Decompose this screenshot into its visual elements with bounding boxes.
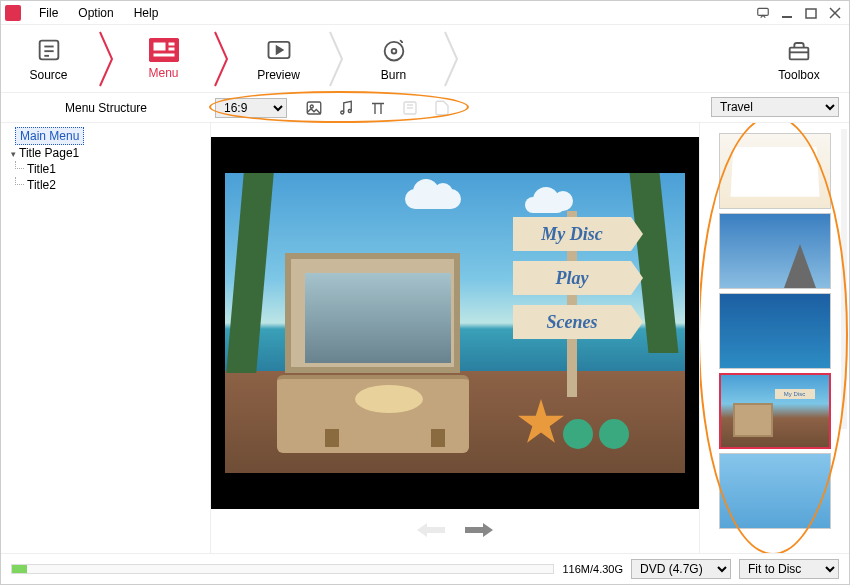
svg-rect-18 [790, 47, 809, 59]
fit-select[interactable]: Fit to Disc [739, 559, 839, 579]
template-scrollbar[interactable] [841, 129, 847, 429]
menu-button-scenes[interactable]: Scenes [513, 305, 631, 339]
maximize-button[interactable] [801, 5, 821, 21]
step-burn[interactable]: Burn [346, 25, 441, 93]
minimize-button[interactable] [777, 5, 797, 21]
step-preview-label: Preview [257, 68, 300, 82]
tree-title2[interactable]: Title2 [5, 177, 206, 193]
svg-rect-12 [168, 47, 175, 51]
tree-title-page[interactable]: Title Page1 [7, 145, 206, 161]
step-source-label: Source [29, 68, 67, 82]
step-menu-label: Menu [148, 66, 178, 80]
tree-title1[interactable]: Title1 [5, 161, 206, 177]
template-thumb-4[interactable]: My Disc [719, 373, 831, 449]
svg-rect-2 [806, 9, 816, 18]
template-thumb-1[interactable] [719, 133, 831, 209]
menu-button-play[interactable]: Play [513, 261, 631, 295]
template-thumb-3[interactable] [719, 293, 831, 369]
menu-option[interactable]: Option [68, 6, 123, 20]
disc-usage-meter [11, 564, 554, 574]
step-burn-label: Burn [381, 68, 406, 82]
music-icon[interactable] [337, 99, 355, 117]
menu-preview-canvas[interactable]: My Disc Play Scenes [211, 137, 699, 509]
template-thumb-2[interactable] [719, 213, 831, 289]
svg-point-17 [391, 48, 396, 53]
svg-rect-11 [168, 42, 175, 46]
template-panel: My Disc [699, 123, 849, 553]
close-button[interactable] [825, 5, 845, 21]
svg-point-23 [348, 109, 351, 112]
menu-structure-label: Menu Structure [1, 101, 211, 115]
svg-marker-27 [417, 523, 445, 537]
menu-button-disc[interactable]: My Disc [513, 217, 631, 251]
menu-help[interactable]: Help [124, 6, 169, 20]
app-icon [5, 5, 21, 21]
text-icon[interactable] [369, 99, 387, 117]
next-page-button[interactable] [465, 521, 493, 541]
template-category-select[interactable]: Travel [711, 97, 839, 117]
svg-rect-13 [153, 53, 175, 57]
disc-usage-label: 116M/4.30G [562, 563, 623, 575]
template-thumb-5[interactable] [719, 453, 831, 529]
step-menu[interactable]: Menu [116, 25, 211, 93]
template-save-icon [433, 99, 451, 117]
svg-rect-0 [758, 8, 769, 15]
feedback-icon[interactable] [753, 5, 773, 21]
svg-rect-10 [153, 42, 166, 51]
svg-point-22 [341, 111, 344, 114]
background-image-icon[interactable] [305, 99, 323, 117]
tree-main-menu[interactable]: Main Menu [15, 127, 84, 145]
svg-point-21 [310, 105, 313, 108]
step-preview[interactable]: Preview [231, 25, 326, 93]
menu-structure-tree[interactable]: Main Menu Title Page1 Title1 Title2 [1, 123, 211, 553]
svg-marker-28 [465, 523, 493, 537]
svg-point-16 [384, 41, 403, 60]
toolbox-button[interactable]: Toolbox [759, 36, 839, 82]
disc-type-select[interactable]: DVD (4.7G) [631, 559, 731, 579]
toolbox-label: Toolbox [778, 68, 819, 82]
menu-file[interactable]: File [29, 6, 68, 20]
chapter-icon [401, 99, 419, 117]
aspect-ratio-select[interactable]: 16:9 [215, 98, 287, 118]
prev-page-button [417, 521, 445, 541]
step-source[interactable]: Source [1, 25, 96, 93]
svg-marker-15 [276, 46, 282, 53]
